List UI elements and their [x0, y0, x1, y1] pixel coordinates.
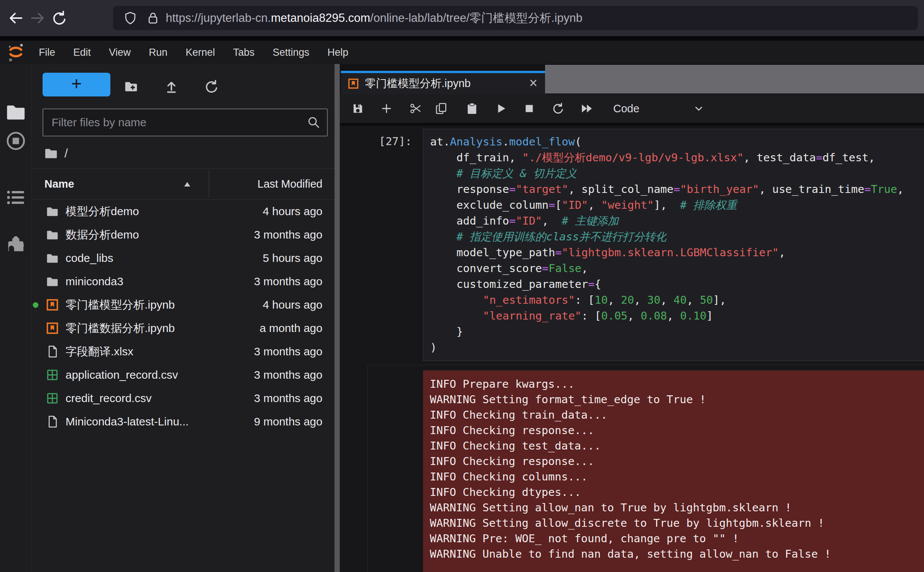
sort-ascending-icon[interactable]: [183, 180, 192, 189]
file-modified: 5 hours ago: [263, 246, 322, 270]
menu-kernel[interactable]: Kernel: [177, 47, 224, 58]
file-browser-icon[interactable]: [5, 101, 26, 123]
doc-icon: [46, 415, 59, 428]
doc-icon: [46, 345, 59, 358]
notebook-area: 零门槛模型分析.ipynb × Code [27]: at.Analysis.m…: [340, 64, 924, 572]
copy-cell-icon[interactable]: [435, 102, 448, 115]
file-modified: a month ago: [259, 317, 322, 340]
table-of-contents-icon[interactable]: [5, 187, 26, 208]
close-tab-icon[interactable]: ×: [529, 73, 538, 93]
folder-icon: [46, 228, 59, 241]
menu-settings[interactable]: Settings: [264, 47, 319, 58]
panel-splitter[interactable]: [335, 64, 340, 572]
search-icon: [307, 115, 321, 130]
jupyter-menu-bar: FileEditViewRunKernelTabsSettingsHelp: [0, 41, 924, 64]
file-modified: 4 hours ago: [263, 200, 322, 223]
breadcrumb[interactable]: /: [64, 146, 68, 160]
file-name: 字段翻译.xlsx: [65, 340, 133, 363]
file-row[interactable]: Miniconda3-latest-Linu...9 months ago: [32, 410, 335, 433]
file-name: application_record.csv: [65, 363, 178, 387]
stderr-output: INFO Prepare kwargs...WARNING Setting fo…: [423, 370, 924, 572]
cell-prompt: [27]:: [379, 134, 412, 149]
running-kernels-icon[interactable]: [5, 131, 26, 151]
menu-run[interactable]: Run: [140, 47, 177, 58]
shield-icon[interactable]: [124, 11, 137, 25]
tab-bar-filler: [545, 65, 924, 93]
file-name: code_libs: [65, 246, 113, 270]
running-indicator-dot: [33, 302, 39, 308]
browser-forward-button[interactable]: [29, 10, 46, 26]
url-text: https://jupyterlab-cn.metanoia8295.com/o…: [166, 6, 582, 30]
notebook-file-icon: [348, 78, 359, 89]
csv-icon: [46, 368, 59, 381]
tab-title: 零门槛模型分析.ipynb: [365, 73, 470, 93]
address-bar[interactable]: https://jupyterlab-cn.metanoia8295.com/o…: [113, 6, 918, 30]
window-separator: [0, 36, 924, 41]
breadcrumb-home-icon[interactable]: [44, 146, 58, 160]
new-folder-icon[interactable]: [124, 79, 139, 94]
folder-icon: [46, 275, 59, 288]
code-cell-editor[interactable]: at.Analysis.model_flow( df_train, "./模型分…: [423, 129, 924, 361]
menu-help[interactable]: Help: [318, 47, 358, 58]
file-modified: 3 months ago: [254, 270, 322, 293]
paste-cell-icon[interactable]: [465, 102, 478, 115]
restart-run-all-icon[interactable]: [580, 102, 593, 115]
file-modified: 3 months ago: [254, 223, 322, 246]
jupyter-logo-icon: [6, 43, 26, 62]
notebook-toolbar: Code: [340, 94, 924, 126]
stop-kernel-icon[interactable]: [523, 102, 536, 115]
browser-toolbar: https://jupyterlab-cn.metanoia8295.com/o…: [0, 0, 924, 36]
menu-tabs[interactable]: Tabs: [224, 47, 264, 58]
cut-cell-icon[interactable]: [409, 102, 422, 115]
notebook-content: [27]: at.Analysis.model_flow( df_train, …: [340, 126, 924, 572]
file-name: 零门槛模型分析.ipynb: [65, 293, 175, 317]
file-row[interactable]: miniconda33 months ago: [32, 270, 335, 293]
lock-icon[interactable]: [146, 11, 160, 25]
column-header-modified[interactable]: Last Modified: [257, 168, 323, 199]
file-browser-panel: + Filter files by name / Name Last Modif…: [32, 64, 335, 572]
chevron-down-icon[interactable]: [694, 104, 704, 113]
cell-output-area: INFO Prepare kwargs...WARNING Setting fo…: [367, 365, 924, 572]
file-modified: 3 months ago: [254, 363, 322, 387]
upload-icon[interactable]: [164, 79, 179, 94]
run-cell-icon[interactable]: [495, 102, 507, 115]
new-launcher-button[interactable]: +: [43, 73, 110, 96]
notebook-icon: [46, 322, 59, 334]
file-row[interactable]: 字段翻译.xlsx3 months ago: [32, 340, 335, 363]
file-name: credit_record.csv: [65, 387, 152, 410]
file-row[interactable]: 零门槛模型分析.ipynb4 hours ago: [32, 293, 335, 317]
file-modified: 4 hours ago: [263, 293, 322, 317]
csv-icon: [46, 392, 59, 405]
file-row[interactable]: 数据分析demo3 months ago: [32, 223, 335, 246]
file-name: 零门槛数据分析.ipynb: [65, 317, 175, 340]
filter-files-input[interactable]: Filter files by name: [43, 109, 328, 137]
folder-icon: [46, 205, 59, 218]
column-header-name[interactable]: Name: [45, 168, 74, 199]
left-sidebar: [0, 64, 32, 572]
file-row[interactable]: credit_record.csv3 months ago: [32, 387, 335, 410]
file-name: miniconda3: [65, 270, 123, 293]
file-row[interactable]: application_record.csv3 months ago: [32, 363, 335, 387]
menu-view[interactable]: View: [100, 47, 140, 58]
file-name: 数据分析demo: [65, 223, 139, 246]
file-modified: 9 months ago: [254, 410, 322, 433]
extensions-icon[interactable]: [5, 234, 26, 255]
menu-edit[interactable]: Edit: [64, 47, 100, 58]
browser-back-button[interactable]: [8, 10, 24, 26]
cell-type-dropdown[interactable]: Code: [613, 94, 639, 123]
file-name: Miniconda3-latest-Linu...: [65, 410, 189, 433]
file-row[interactable]: 零门槛数据分析.ipynba month ago: [32, 317, 335, 340]
file-row[interactable]: 模型分析demo4 hours ago: [32, 200, 335, 223]
menu-file[interactable]: File: [30, 47, 64, 58]
file-modified: 3 months ago: [254, 387, 322, 410]
refresh-icon[interactable]: [204, 79, 219, 94]
notebook-tab[interactable]: 零门槛模型分析.ipynb ×: [341, 71, 545, 94]
restart-kernel-icon[interactable]: [552, 102, 565, 115]
notebook-icon: [46, 298, 59, 311]
file-row[interactable]: code_libs5 hours ago: [32, 246, 335, 270]
folder-icon: [46, 252, 59, 264]
browser-reload-button[interactable]: [51, 10, 68, 26]
add-cell-icon[interactable]: [380, 102, 393, 115]
filter-placeholder: Filter files by name: [51, 109, 147, 136]
save-icon[interactable]: [352, 102, 364, 115]
